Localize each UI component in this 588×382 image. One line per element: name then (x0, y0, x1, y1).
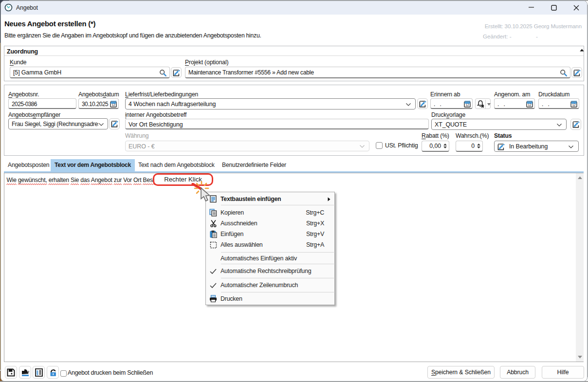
svg-text:12: 12 (572, 103, 576, 107)
svg-text:12: 12 (528, 103, 532, 107)
svg-text:12: 12 (111, 103, 115, 107)
svg-text:12: 12 (465, 103, 469, 107)
